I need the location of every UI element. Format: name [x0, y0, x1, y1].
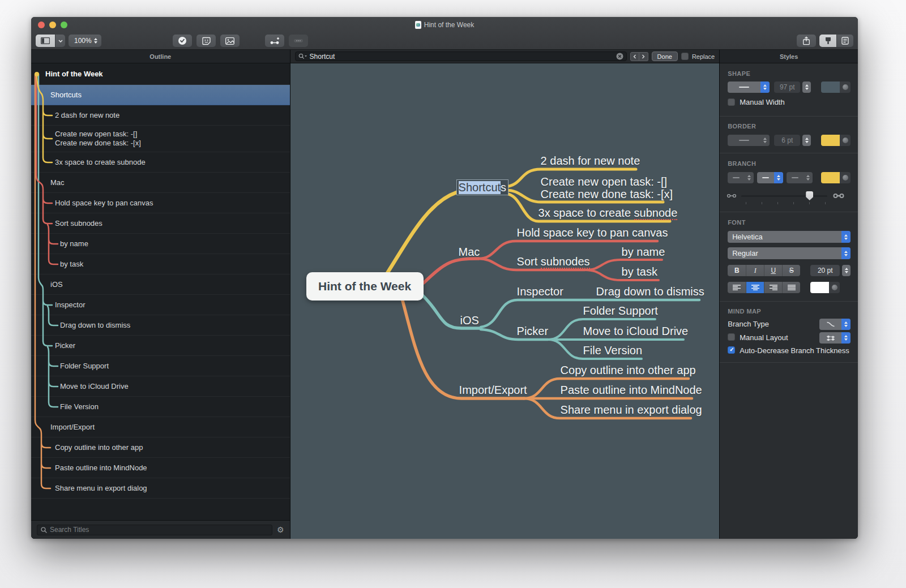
- notes-panel-tab[interactable]: [836, 35, 853, 47]
- map-node-ios[interactable]: iOS: [460, 314, 479, 327]
- shape-width-stepper[interactable]: [802, 81, 811, 93]
- inspector-toggle[interactable]: [819, 35, 853, 47]
- outline-item-import-export[interactable]: Import/Export: [31, 417, 290, 437]
- branch-color-well[interactable]: [821, 172, 851, 183]
- outline-search-input[interactable]: [50, 526, 268, 534]
- outline-item-shortcuts[interactable]: Shortcuts: [31, 85, 290, 105]
- map-node-mac[interactable]: Mac: [459, 246, 480, 258]
- align-right-button[interactable]: [764, 282, 782, 293]
- map-node-hold-space[interactable]: Hold space key to pan canvas: [517, 226, 668, 239]
- outline-item-copy-outline[interactable]: Copy outline into other app: [31, 437, 290, 458]
- zoom-stepper[interactable]: 100%: [69, 35, 101, 47]
- outline-item-by-task[interactable]: by task: [31, 254, 290, 274]
- font-color-well[interactable]: [810, 282, 840, 293]
- map-node-picker[interactable]: Picker: [517, 325, 549, 337]
- outline-item-drag-down[interactable]: Drag down to dismiss: [31, 315, 290, 336]
- replace-checkbox[interactable]: [681, 53, 689, 60]
- outline-item-3x-space[interactable]: 3x space to create subnode: [31, 152, 290, 173]
- map-node-3x-space[interactable]: 3x space to create subnode: [539, 207, 678, 219]
- share-button[interactable]: [797, 35, 816, 47]
- image-button[interactable]: [220, 35, 240, 47]
- outline-item-share-menu[interactable]: Share menu in export dialog: [31, 478, 290, 499]
- outline-item-inspector[interactable]: Inspector: [31, 295, 290, 315]
- map-node-import-export[interactable]: Import/Export: [459, 384, 527, 396]
- outline-item-folder-support[interactable]: Folder Support: [31, 356, 290, 376]
- map-node-folder-support[interactable]: Folder Support: [583, 304, 658, 317]
- italic-button[interactable]: I: [746, 265, 764, 276]
- font-weight-dropdown[interactable]: Regular: [728, 247, 851, 259]
- auto-decrease-checkbox[interactable]: [728, 346, 735, 354]
- titlebar[interactable]: Hint of the Week: [31, 17, 858, 32]
- add-child-node-button[interactable]: [265, 35, 284, 47]
- outline-item-dash[interactable]: 2 dash for new note: [31, 105, 290, 126]
- map-node-shortcuts-editing[interactable]: Shortcuts: [456, 179, 508, 195]
- outline-item-icloud-drive[interactable]: Move to iCloud Drive: [31, 376, 290, 397]
- clear-search-icon[interactable]: [616, 53, 623, 60]
- outline-item-ios[interactable]: iOS: [31, 274, 290, 295]
- manual-width-checkbox[interactable]: [728, 98, 735, 106]
- view-menu-chevron-icon[interactable]: [55, 35, 65, 47]
- font-size-field[interactable]: 20 pt: [810, 265, 840, 276]
- shape-style-dropdown[interactable]: [728, 81, 770, 93]
- map-node-done-task[interactable]: Create new done task: -[x]: [541, 188, 673, 200]
- outline-item-sort-subnodes[interactable]: Sort subnodes: [31, 213, 290, 234]
- map-node-copy-outline[interactable]: Copy outline into other app: [561, 364, 696, 376]
- slider-thumb[interactable]: [806, 191, 813, 200]
- border-color-well[interactable]: [821, 135, 851, 146]
- map-node-share-menu[interactable]: Share menu in export dialog: [561, 404, 702, 416]
- font-size-stepper[interactable]: [842, 265, 851, 276]
- settings-gear-icon[interactable]: ⚙: [277, 526, 284, 534]
- align-center-button[interactable]: [746, 282, 764, 293]
- sticker-button[interactable]: [196, 35, 216, 47]
- map-node-drag-down[interactable]: Drag down to dismiss: [596, 285, 704, 298]
- view-toggle[interactable]: [36, 35, 65, 47]
- outline-search-field[interactable]: [37, 525, 272, 535]
- branch-stroke-style-dropdown[interactable]: [757, 172, 783, 183]
- map-node-icloud-drive[interactable]: Move to iCloud Drive: [583, 325, 689, 337]
- find-done-button[interactable]: Done: [652, 51, 678, 61]
- find-previous-button[interactable]: [630, 52, 639, 61]
- map-root-node[interactable]: Hint of the Week: [306, 272, 424, 301]
- sidebar-toggle-icon[interactable]: [36, 35, 55, 47]
- branch-start-style-dropdown[interactable]: [728, 172, 754, 183]
- border-width-field[interactable]: 6 pt: [774, 135, 800, 146]
- underline-button[interactable]: U: [764, 265, 782, 276]
- outline-item-picker[interactable]: Picker: [31, 336, 290, 356]
- map-node-by-task[interactable]: by task: [622, 265, 657, 278]
- find-field[interactable]: [295, 51, 627, 61]
- mindmap-canvas[interactable]: Hint of the Week Shortcuts 2 dash for ne…: [290, 63, 720, 539]
- map-node-inspector[interactable]: Inspector: [517, 285, 563, 298]
- outline-item-file-version[interactable]: File Version: [31, 397, 290, 417]
- map-node-file-version[interactable]: File Version: [583, 344, 643, 357]
- outline-item-paste-outline[interactable]: Paste outline into MindNode: [31, 458, 290, 478]
- map-node-open-task[interactable]: Create new open task: -[]: [541, 175, 667, 188]
- border-style-dropdown[interactable]: [728, 135, 770, 146]
- find-next-button[interactable]: [639, 52, 648, 61]
- bold-button[interactable]: B: [728, 265, 746, 276]
- map-node-sort-subnodes[interactable]: Sort subnodes: [517, 255, 590, 268]
- find-input[interactable]: [310, 53, 614, 61]
- format-brush-tab[interactable]: [819, 35, 836, 47]
- manual-layout-dropdown[interactable]: [819, 332, 851, 344]
- branch-type-dropdown[interactable]: [819, 319, 851, 330]
- outline-item-tasks[interactable]: Create new open task: -[]Create new done…: [31, 126, 290, 152]
- border-width-stepper[interactable]: [802, 135, 811, 146]
- branch-end-style-dropdown[interactable]: [787, 172, 813, 183]
- font-family-dropdown[interactable]: Helvetica: [728, 231, 851, 243]
- map-node-by-name[interactable]: by name: [622, 246, 665, 258]
- outline-item-by-name[interactable]: by name: [31, 234, 290, 254]
- manual-layout-checkbox[interactable]: [728, 333, 735, 341]
- outline-item-mac[interactable]: Mac: [31, 173, 290, 193]
- outline-item-root[interactable]: Hint of the Week: [31, 63, 290, 85]
- map-node-paste-outline[interactable]: Paste outline into MindNode: [561, 384, 702, 396]
- align-left-button[interactable]: [728, 282, 746, 293]
- branch-thickness-slider[interactable]: [741, 195, 827, 197]
- shape-width-field[interactable]: 97 pt: [774, 81, 800, 93]
- task-button[interactable]: [173, 35, 192, 47]
- strikethrough-button[interactable]: S: [782, 265, 800, 276]
- search-menu-icon[interactable]: [298, 53, 307, 59]
- shape-fill-color-well[interactable]: [821, 81, 851, 93]
- align-justify-button[interactable]: [782, 282, 800, 293]
- outline-item-hold-space[interactable]: Hold space key to pan canvas: [31, 193, 290, 213]
- map-node-dash[interactable]: 2 dash for new note: [541, 154, 640, 167]
